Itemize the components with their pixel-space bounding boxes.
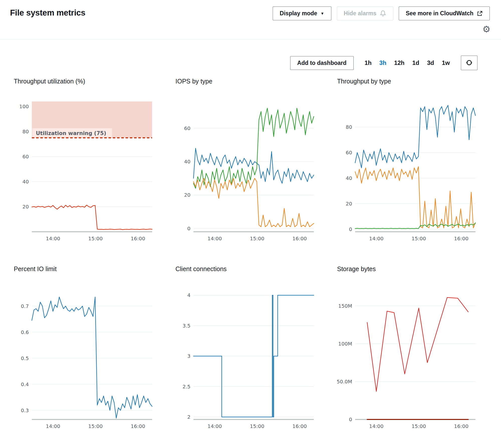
svg-text:60: 60	[346, 150, 352, 156]
hide-alarms-button[interactable]: Hide alarms	[337, 7, 393, 20]
chart-canvas: 02040608014:0015:0016:00	[337, 97, 477, 242]
chart-title: Throughput by type	[337, 78, 477, 85]
svg-text:3.5: 3.5	[182, 323, 190, 329]
svg-text:15:00: 15:00	[412, 236, 426, 242]
svg-text:16:00: 16:00	[454, 236, 469, 242]
range-12h[interactable]: 12h	[394, 59, 405, 66]
svg-text:40: 40	[23, 179, 29, 185]
chart-canvas: 020406014:0015:0016:00	[175, 97, 316, 242]
charts-grid: Throughput utilization (%) 20406080100Ut…	[14, 78, 477, 430]
chart-client-connections: Client connections 22.533.5414:0015:0016…	[175, 265, 316, 430]
chart-title: Percent IO limit	[14, 265, 154, 273]
svg-text:16:00: 16:00	[292, 236, 307, 242]
svg-text:2: 2	[187, 414, 190, 420]
svg-text:0.6: 0.6	[21, 329, 29, 335]
svg-text:16:00: 16:00	[131, 236, 145, 242]
svg-text:14:00: 14:00	[208, 423, 222, 429]
main-content: Add to dashboard 1h3h12h1d3d1w Throughpu…	[14, 56, 477, 430]
display-mode-label: Display mode	[280, 10, 317, 17]
svg-text:15:00: 15:00	[88, 423, 103, 429]
svg-text:0: 0	[349, 416, 352, 422]
refresh-button[interactable]	[461, 56, 477, 70]
range-1d[interactable]: 1d	[412, 59, 419, 66]
display-mode-button[interactable]: Display mode ▼	[273, 7, 331, 20]
chart-title: Storage bytes	[337, 265, 477, 273]
svg-text:20: 20	[346, 201, 352, 207]
svg-text:16:00: 16:00	[131, 423, 145, 429]
svg-text:15:00: 15:00	[250, 236, 264, 242]
see-more-cloudwatch-label: See more in CloudWatch	[406, 10, 473, 17]
svg-text:0.4: 0.4	[21, 381, 29, 387]
svg-text:100: 100	[19, 103, 29, 109]
svg-text:14:00: 14:00	[369, 423, 384, 429]
svg-text:3: 3	[187, 353, 190, 359]
chart-canvas: 22.533.5414:0015:0016:00	[175, 285, 316, 430]
chart-canvas: 050.0M100M150M14:0015:0016:00	[337, 285, 477, 430]
svg-text:80: 80	[23, 129, 29, 135]
svg-text:14:00: 14:00	[46, 236, 60, 242]
range-3h[interactable]: 3h	[379, 59, 386, 66]
svg-text:0.5: 0.5	[21, 355, 29, 361]
chart-storage-bytes: Storage bytes 050.0M100M150M14:0015:0016…	[337, 265, 477, 430]
svg-text:150M: 150M	[338, 303, 352, 309]
time-range-selector: 1h3h12h1d3d1w	[365, 59, 450, 66]
chart-title: Client connections	[175, 265, 316, 273]
svg-text:4: 4	[187, 292, 190, 298]
charts-toolbar: Add to dashboard 1h3h12h1d3d1w	[14, 56, 477, 70]
svg-text:Utilization warning (75): Utilization warning (75)	[36, 130, 106, 136]
range-3d[interactable]: 3d	[427, 59, 434, 66]
svg-text:100M: 100M	[338, 341, 352, 347]
chevron-down-icon: ▼	[321, 12, 324, 15]
hide-alarms-label: Hide alarms	[344, 10, 376, 17]
bell-icon	[380, 10, 386, 17]
page-header: File system metrics Display mode ▼ Hide …	[0, 0, 501, 20]
add-to-dashboard-button[interactable]: Add to dashboard	[290, 56, 354, 70]
svg-text:50.0M: 50.0M	[337, 379, 352, 385]
range-1h[interactable]: 1h	[365, 59, 372, 66]
svg-text:40: 40	[346, 175, 352, 181]
svg-text:14:00: 14:00	[369, 236, 384, 242]
svg-text:16:00: 16:00	[454, 423, 469, 429]
svg-text:40: 40	[184, 159, 190, 165]
svg-text:15:00: 15:00	[250, 423, 264, 429]
range-1w[interactable]: 1w	[442, 59, 450, 66]
header-buttons: Display mode ▼ Hide alarms See more in C…	[273, 7, 490, 20]
chart-throughput-by-type: Throughput by type 02040608014:0015:0016…	[337, 78, 477, 242]
svg-text:0: 0	[349, 226, 352, 232]
external-link-icon	[477, 11, 483, 17]
svg-text:0.7: 0.7	[21, 303, 29, 309]
svg-text:16:00: 16:00	[292, 423, 307, 429]
svg-text:20: 20	[184, 192, 190, 198]
svg-text:15:00: 15:00	[412, 423, 426, 429]
chart-canvas: 0.30.40.50.60.714:0015:0016:00	[14, 285, 154, 430]
svg-text:14:00: 14:00	[208, 236, 222, 242]
svg-text:60: 60	[184, 125, 190, 131]
page-title: File system metrics	[10, 7, 85, 18]
svg-text:0: 0	[187, 226, 190, 232]
chart-iops-by-type: IOPS by type 020406014:0015:0016:00	[175, 78, 316, 242]
svg-text:20: 20	[23, 204, 29, 210]
see-more-cloudwatch-button[interactable]: See more in CloudWatch	[399, 7, 490, 20]
header-secondary-row: ⚙	[0, 20, 501, 40]
chart-percent-io-limit: Percent IO limit 0.30.40.50.60.714:0015:…	[14, 265, 154, 430]
refresh-icon	[465, 59, 473, 67]
svg-text:80: 80	[346, 124, 352, 130]
svg-text:14:00: 14:00	[46, 423, 60, 429]
chart-title: IOPS by type	[175, 78, 316, 85]
svg-text:2.5: 2.5	[182, 384, 190, 390]
chart-title: Throughput utilization (%)	[14, 78, 154, 85]
add-to-dashboard-label: Add to dashboard	[297, 60, 347, 66]
svg-text:0.3: 0.3	[21, 407, 29, 413]
chart-canvas: 20406080100Utilization warning (75)14:00…	[14, 97, 154, 242]
svg-text:60: 60	[23, 154, 29, 160]
settings-gear-icon[interactable]: ⚙	[482, 25, 490, 34]
svg-text:15:00: 15:00	[88, 236, 103, 242]
chart-throughput-utilization: Throughput utilization (%) 20406080100Ut…	[14, 78, 154, 242]
